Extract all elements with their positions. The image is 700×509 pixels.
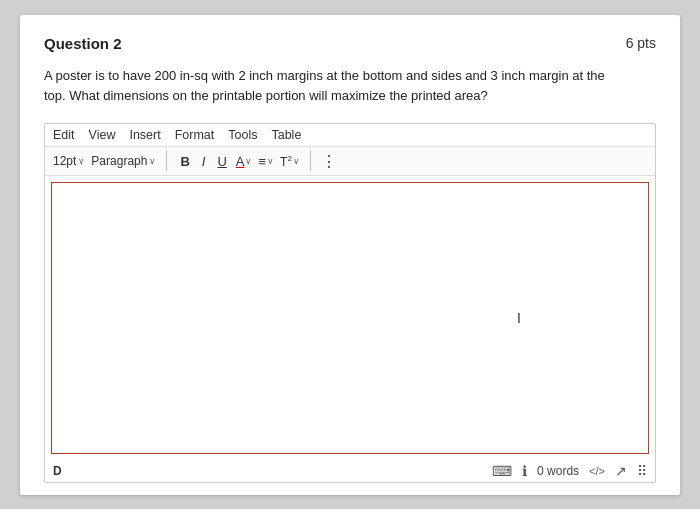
font-color-button[interactable]: A ∨	[236, 154, 253, 169]
footer-right: ⌨ ℹ 0 words </> ↗ ⠿	[492, 463, 647, 479]
keyboard-icon[interactable]: ⌨	[492, 463, 512, 479]
page-container: Question 2 6 pts A poster is to have 200…	[20, 15, 680, 495]
menu-view[interactable]: View	[89, 128, 116, 142]
underline-button[interactable]: U	[214, 153, 229, 170]
code-button[interactable]: </>	[589, 465, 605, 477]
line-spacing-button[interactable]: ≡ ∨	[258, 154, 274, 169]
menu-bar: Edit View Insert Format Tools Table	[45, 124, 655, 147]
line-spacing-icon: ≡	[258, 154, 266, 169]
superscript-caret: ∨	[293, 156, 300, 166]
line-spacing-caret: ∨	[267, 156, 274, 166]
menu-insert[interactable]: Insert	[129, 128, 160, 142]
menu-tools[interactable]: Tools	[228, 128, 257, 142]
grid-icon[interactable]: ⠿	[637, 463, 647, 479]
toolbar-separator-1	[166, 151, 167, 171]
text-cursor: I	[517, 310, 518, 326]
question-text: A poster is to have 200 in-sq with 2 inc…	[44, 66, 656, 108]
font-color-caret: ∨	[245, 156, 252, 166]
bold-button[interactable]: B	[177, 153, 192, 170]
toolbar: 12pt ∨ Paragraph ∨ B I U A ∨ ≡	[45, 147, 655, 176]
footer-left-label: D	[53, 464, 62, 478]
menu-format[interactable]: Format	[175, 128, 215, 142]
question-points: 6 pts	[626, 35, 656, 51]
more-options-button[interactable]: ⋮	[321, 152, 336, 171]
question-header: Question 2 6 pts	[44, 35, 656, 52]
paragraph-value: Paragraph	[91, 154, 147, 168]
editor-footer: D ⌨ ℹ 0 words </> ↗ ⠿	[45, 460, 655, 482]
info-icon[interactable]: ℹ	[522, 463, 527, 479]
editor-container: Edit View Insert Format Tools Table 12pt…	[44, 123, 656, 482]
expand-icon[interactable]: ↗	[615, 463, 627, 479]
toolbar-separator-2	[310, 151, 311, 171]
menu-table[interactable]: Table	[271, 128, 301, 142]
superscript-button[interactable]: T2 ∨	[280, 154, 300, 169]
font-size-select[interactable]: 12pt ∨	[53, 154, 85, 168]
paragraph-select[interactable]: Paragraph ∨	[91, 154, 156, 168]
word-count: 0 words	[537, 464, 579, 478]
font-size-value: 12pt	[53, 154, 76, 168]
paragraph-caret: ∨	[149, 156, 156, 166]
menu-edit[interactable]: Edit	[53, 128, 75, 142]
font-size-caret: ∨	[78, 156, 85, 166]
font-color-label: A	[236, 154, 245, 169]
italic-button[interactable]: I	[199, 153, 209, 170]
superscript-label: T2	[280, 154, 292, 169]
question-title: Question 2	[44, 35, 122, 52]
editor-body[interactable]: I	[51, 182, 649, 453]
